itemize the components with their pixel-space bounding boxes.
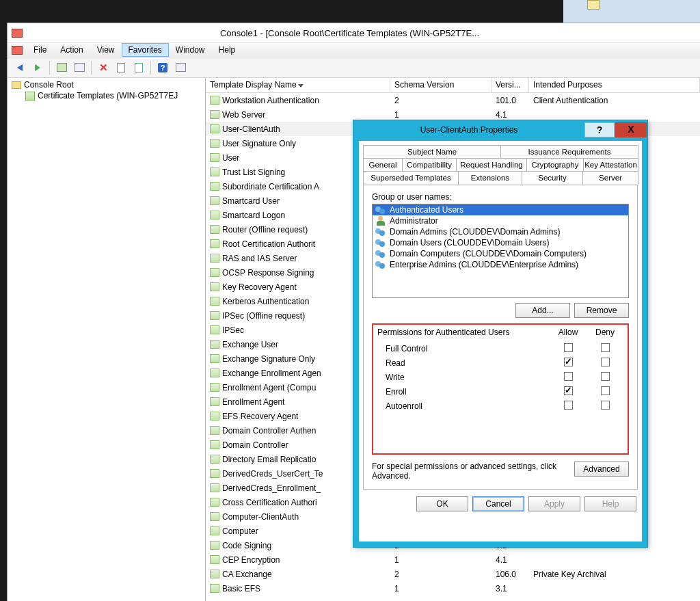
template-icon bbox=[210, 555, 219, 564]
menu-file[interactable]: File bbox=[27, 43, 53, 57]
col-display-name[interactable]: Template Display Name bbox=[206, 78, 390, 92]
back-button[interactable] bbox=[12, 59, 28, 76]
col-version[interactable]: Versi... bbox=[492, 78, 529, 92]
allow-checkbox[interactable] bbox=[564, 401, 573, 410]
separator bbox=[91, 61, 92, 75]
template-icon bbox=[210, 541, 219, 550]
template-name: Basic EFS bbox=[222, 584, 260, 593]
user-row[interactable]: Authenticated Users bbox=[373, 204, 628, 215]
template-version: 4.1 bbox=[492, 555, 529, 565]
remove-button[interactable]: Remove bbox=[574, 303, 629, 318]
template-name: Computer bbox=[222, 526, 258, 536]
menu-favorites[interactable]: Favorites bbox=[122, 43, 169, 57]
deny-checkbox[interactable] bbox=[601, 372, 610, 381]
tab-subject-name[interactable]: Subject Name bbox=[363, 145, 501, 158]
tree-root[interactable]: Console Root bbox=[9, 79, 204, 90]
dialog-close-button[interactable]: X bbox=[615, 122, 647, 137]
template-icon bbox=[210, 325, 219, 334]
tab-general[interactable]: General bbox=[363, 158, 403, 171]
show-hide-button[interactable] bbox=[71, 59, 88, 76]
template-name: Trust List Signing bbox=[222, 168, 285, 177]
template-icon bbox=[210, 526, 219, 535]
user-row[interactable]: Domain Users (CLOUDDEV\Domain Users) bbox=[373, 237, 628, 248]
template-icon bbox=[25, 92, 35, 101]
add-button[interactable]: Add... bbox=[515, 303, 570, 318]
allow-checkbox[interactable] bbox=[564, 343, 573, 352]
template-name: Enrollment Agent bbox=[222, 397, 284, 407]
help-button[interactable]: Help bbox=[584, 496, 636, 511]
template-purpose: Private Key Archival bbox=[529, 570, 700, 579]
tree-item-cert-templates[interactable]: Certificate Templates (WIN-GP52T7EJ bbox=[9, 90, 204, 101]
permission-row: Write bbox=[377, 370, 623, 384]
tab-cryptography[interactable]: Cryptography bbox=[526, 158, 584, 171]
template-name: Computer-ClientAuth bbox=[222, 512, 299, 522]
export-button[interactable] bbox=[131, 59, 147, 76]
user-row[interactable]: Enterprise Admins (CLOUDDEV\Enterprise A… bbox=[373, 259, 628, 270]
separator bbox=[150, 61, 151, 75]
dialog-body: Subject Name Issuance Requirements Gener… bbox=[359, 141, 642, 542]
template-name: Exchange User bbox=[222, 340, 278, 349]
template-schema: 2 bbox=[390, 96, 492, 105]
window-title: Console1 - [Console Root\Certificate Tem… bbox=[27, 28, 700, 38]
user-row[interactable]: Domain Computers (CLOUDDEV\Domain Comput… bbox=[373, 248, 628, 259]
menu-view[interactable]: View bbox=[90, 43, 122, 57]
tab-superseded[interactable]: Superseded Templates bbox=[363, 171, 459, 185]
advanced-button[interactable]: Advanced bbox=[574, 462, 629, 477]
tab-extensions[interactable]: Extensions bbox=[458, 171, 522, 185]
list-row[interactable]: CA Exchange2106.0Private Key Archival bbox=[206, 567, 700, 581]
tab-server[interactable]: Server bbox=[582, 171, 638, 185]
group-icon bbox=[375, 205, 386, 215]
allow-checkbox[interactable] bbox=[564, 372, 573, 381]
permission-row: Full Control bbox=[377, 341, 623, 356]
view-button[interactable] bbox=[172, 59, 189, 76]
col-schema[interactable]: Schema Version bbox=[390, 78, 492, 92]
permission-row: Read bbox=[377, 356, 623, 370]
tab-issuance[interactable]: Issuance Requirements bbox=[500, 145, 638, 158]
deny-checkbox[interactable] bbox=[601, 386, 610, 395]
menu-help[interactable]: Help bbox=[212, 43, 243, 57]
list-row[interactable]: Basic EFS13.1 bbox=[206, 581, 700, 596]
deny-checkbox[interactable] bbox=[601, 401, 610, 410]
help-button[interactable]: ? bbox=[154, 59, 171, 76]
menu-action[interactable]: Action bbox=[53, 43, 90, 57]
deny-checkbox[interactable] bbox=[601, 343, 610, 352]
allow-checkbox[interactable] bbox=[564, 386, 573, 395]
apply-button[interactable]: Apply bbox=[528, 496, 580, 511]
menu-window[interactable]: Window bbox=[169, 43, 212, 57]
user-list[interactable]: Authenticated UsersAdministratorDomain A… bbox=[372, 204, 629, 298]
user-row[interactable]: Administrator bbox=[373, 215, 628, 226]
advanced-text: For special permissions or advanced sett… bbox=[372, 462, 567, 481]
template-icon bbox=[210, 297, 219, 306]
ok-button[interactable]: OK bbox=[416, 496, 468, 511]
cancel-button[interactable]: Cancel bbox=[472, 496, 524, 511]
list-row[interactable]: Workstation Authentication2101.0Client A… bbox=[206, 93, 700, 107]
forward-button[interactable] bbox=[29, 59, 46, 76]
tab-request-handling[interactable]: Request Handling bbox=[456, 158, 527, 171]
allow-checkbox[interactable] bbox=[564, 358, 573, 366]
template-schema: 2 bbox=[390, 570, 492, 579]
template-name: Smartcard User bbox=[222, 196, 280, 206]
tab-security[interactable]: Security bbox=[522, 171, 583, 185]
taskbar-icon bbox=[587, 0, 600, 10]
group-icon bbox=[375, 227, 386, 237]
template-name: Cross Certification Authori bbox=[222, 498, 317, 507]
template-icon bbox=[210, 211, 219, 219]
template-icon bbox=[210, 254, 219, 263]
template-name: DerivedCreds_Enrollment_ bbox=[222, 483, 321, 493]
deny-header: Deny bbox=[587, 328, 623, 337]
permission-name: Read bbox=[386, 358, 550, 368]
tab-compatibility[interactable]: Compatibility bbox=[402, 158, 457, 171]
deny-checkbox[interactable] bbox=[601, 358, 610, 366]
user-row[interactable]: Domain Admins (CLOUDDEV\Domain Admins) bbox=[373, 226, 628, 237]
template-name: Enrollment Agent (Compu bbox=[222, 383, 316, 392]
dialog-help-button[interactable]: ? bbox=[584, 122, 615, 137]
tab-key-attestation[interactable]: Key Attestation bbox=[583, 158, 638, 171]
list-row[interactable]: CEP Encryption14.1 bbox=[206, 552, 700, 567]
up-button[interactable] bbox=[53, 59, 70, 76]
permission-name: Autoenroll bbox=[386, 401, 550, 411]
delete-button[interactable]: ✕ bbox=[95, 59, 111, 76]
system-menu-icon[interactable] bbox=[12, 46, 23, 55]
properties-button[interactable] bbox=[113, 59, 129, 76]
col-purpose[interactable]: Intended Purposes bbox=[529, 78, 700, 92]
dialog-title-bar[interactable]: User-ClientAuth Properties ? X bbox=[353, 120, 647, 139]
